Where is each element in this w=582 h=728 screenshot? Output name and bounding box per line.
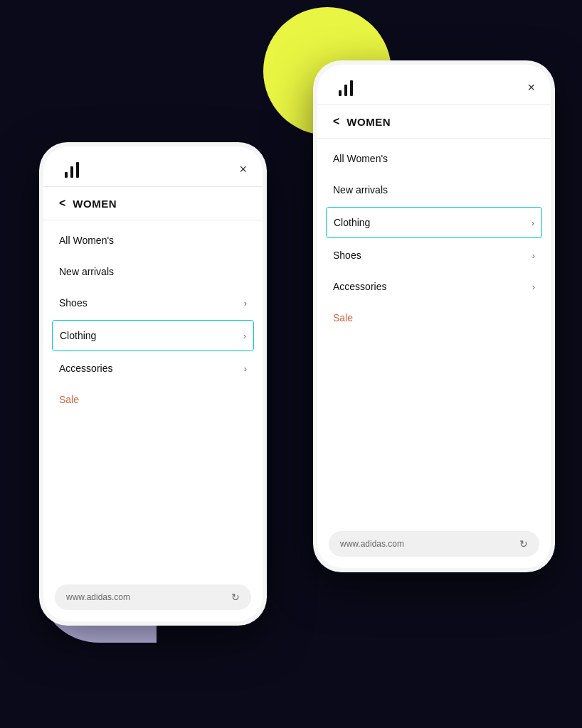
menu-item-accessories-left[interactable]: Accessories ›: [43, 353, 263, 384]
menu-item-accessories-right[interactable]: Accessories ›: [317, 271, 551, 302]
chevron-shoes-left: ›: [244, 298, 247, 309]
menu-item-shoes-right[interactable]: Shoes ›: [317, 240, 551, 271]
phone-left-screen: × < WOMEN All Women's New arrivals Shoes…: [43, 146, 263, 621]
svg-rect-2: [70, 166, 73, 178]
svg-rect-6: [350, 80, 353, 96]
back-arrow-right[interactable]: <: [333, 115, 339, 128]
refresh-button-left[interactable]: ↻: [231, 592, 240, 603]
menu-item-sale-left[interactable]: Sale: [43, 384, 263, 415]
phone-left-section-header: < WOMEN: [43, 187, 263, 220]
menu-item-clothing-left[interactable]: Clothing ›: [52, 320, 254, 351]
phone-left-section-title: WOMEN: [73, 198, 117, 210]
svg-rect-1: [65, 172, 68, 178]
chevron-accessories-right: ›: [532, 282, 535, 292]
menu-item-sale-right[interactable]: Sale: [317, 302, 551, 333]
close-button-left[interactable]: ×: [239, 162, 247, 177]
phone-left-url-bar: www.adidas.com ↻: [55, 584, 251, 610]
adidas-logo-left: [59, 159, 85, 179]
phone-left-menu-list: All Women's New arrivals Shoes › Clothin…: [43, 220, 263, 577]
menu-item-shoes-left[interactable]: Shoes ›: [43, 287, 263, 318]
phone-left: × < WOMEN All Women's New arrivals Shoes…: [39, 142, 267, 626]
phone-right-section-header: < WOMEN: [317, 105, 551, 139]
chevron-accessories-left: ›: [244, 363, 247, 374]
menu-item-clothing-right[interactable]: Clothing ›: [326, 207, 542, 238]
svg-rect-5: [344, 85, 347, 96]
phone-right: × < WOMEN All Women's New arrivals Cloth…: [313, 60, 555, 572]
chevron-clothing-right: ›: [531, 218, 534, 228]
menu-item-all-womens-right[interactable]: All Women's: [317, 143, 551, 174]
phone-right-screen: × < WOMEN All Women's New arrivals Cloth…: [317, 65, 551, 568]
menu-item-new-arrivals-left[interactable]: New arrivals: [43, 256, 263, 287]
chevron-clothing-left: ›: [243, 331, 246, 341]
menu-item-all-womens-left[interactable]: All Women's: [43, 225, 263, 256]
svg-rect-4: [339, 90, 342, 96]
phone-right-topbar: ×: [317, 65, 551, 105]
phone-right-menu-list: All Women's New arrivals Clothing › Shoe…: [317, 139, 551, 524]
close-button-right[interactable]: ×: [527, 80, 535, 95]
url-text-right: www.adidas.com: [340, 539, 404, 549]
adidas-logo-right: [333, 77, 359, 97]
refresh-button-right[interactable]: ↻: [519, 538, 528, 550]
phone-right-section-title: WOMEN: [346, 116, 391, 128]
menu-item-new-arrivals-right[interactable]: New arrivals: [317, 174, 551, 205]
back-arrow-left[interactable]: <: [59, 197, 65, 210]
url-text-left: www.adidas.com: [66, 592, 130, 602]
phone-left-topbar: ×: [43, 146, 263, 187]
phone-right-url-bar: www.adidas.com ↻: [329, 531, 539, 557]
chevron-shoes-right: ›: [532, 250, 535, 261]
svg-rect-3: [76, 162, 79, 178]
